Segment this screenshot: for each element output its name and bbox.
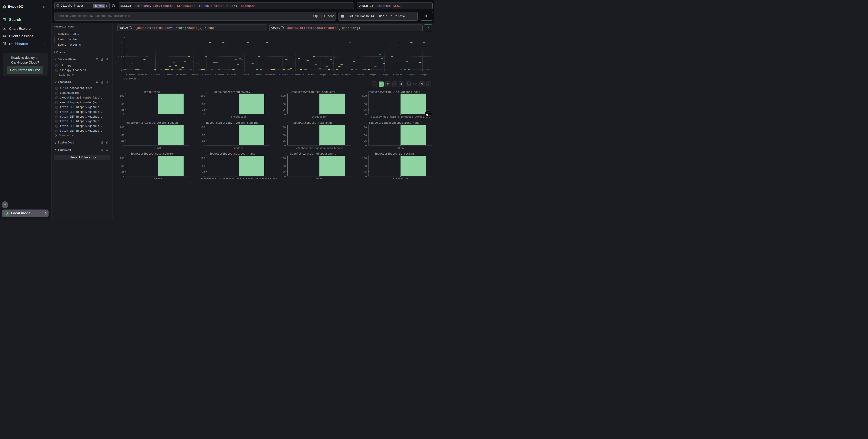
svg-text:production: production — [311, 115, 327, 118]
svg-text:TraceState: TraceState — [144, 91, 160, 94]
svg-text:50: 50 — [202, 103, 205, 106]
svg-text:SpanAttributes.http.scheme: SpanAttributes.http.scheme — [130, 152, 173, 155]
svg-text:25: 25 — [121, 108, 125, 111]
svg-text:25: 25 — [121, 170, 125, 173]
svg-text:50: 50 — [121, 103, 125, 106]
svg-text:0: 0 — [123, 175, 125, 178]
svg-text:ResourceAttribu...vercel.runti: ResourceAttribu...vercel.runtime — [206, 121, 258, 125]
svg-text:clickhouse: clickhouse — [393, 177, 408, 180]
svg-text:25: 25 — [121, 139, 125, 142]
svg-text:iad1: iad1 — [155, 147, 161, 150]
svg-text:100: 100 — [362, 126, 367, 129]
svg-text:50: 50 — [364, 134, 367, 137]
svg-text:100: 100 — [120, 94, 125, 97]
svg-text:0: 0 — [365, 175, 367, 178]
svg-text:z5prz9ggc4.us-central1.gcp.cli: z5prz9ggc4.us-central1.gcp.clickhouse-st… — [200, 177, 277, 180]
svg-text:/dashboard/[package_name]/page: /dashboard/[package_name]/page — [296, 147, 343, 150]
svg-text:50: 50 — [121, 134, 125, 137]
svg-text:0: 0 — [284, 113, 286, 116]
svg-text:25: 25 — [202, 108, 205, 111]
svg-text:25: 25 — [283, 108, 286, 111]
svg-text:25: 25 — [364, 108, 367, 111]
svg-text:SpanAttributes.db.system: SpanAttributes.db.system — [375, 152, 414, 155]
svg-text:25: 25 — [364, 170, 367, 173]
svg-text:SpanAttributes.next.page: SpanAttributes.next.page — [293, 121, 333, 125]
svg-text:0: 0 — [365, 113, 367, 116]
svg-text:50: 50 — [283, 134, 286, 137]
svg-text:0: 0 — [204, 144, 205, 147]
svg-text:100: 100 — [200, 94, 205, 97]
svg-text:0: 0 — [123, 113, 125, 116]
svg-text:25: 25 — [364, 139, 367, 142]
svg-text:production: production — [231, 115, 247, 118]
svg-text:0: 0 — [123, 144, 125, 147]
svg-text:100: 100 — [362, 157, 367, 159]
svg-text:0: 0 — [204, 113, 205, 116]
svg-text:0: 0 — [284, 144, 286, 147]
svg-text:8443: 8443 — [316, 177, 322, 180]
svg-text:25: 25 — [202, 139, 205, 142]
svg-text:SpanAttributes.net.peer.port: SpanAttributes.net.peer.port — [290, 152, 336, 155]
svg-text:50: 50 — [202, 134, 205, 137]
svg-text:100: 100 — [120, 157, 125, 159]
svg-text:50: 50 — [364, 165, 367, 168]
svg-text:100: 100 — [200, 157, 205, 159]
svg-text:100: 100 — [281, 94, 286, 97]
svg-text:ResourceAttributes.vercel.regi: ResourceAttributes.vercel.region — [125, 121, 178, 125]
svg-text:100: 100 — [281, 126, 286, 129]
svg-text:http: http — [398, 147, 404, 150]
svg-text:ResourceAttributes.env: ResourceAttributes.env — [214, 91, 250, 94]
svg-text:nodejs: nodejs — [234, 147, 243, 150]
svg-text:SpanAttributes.net.peer.name: SpanAttributes.net.peer.name — [209, 152, 255, 155]
svg-text:25: 25 — [283, 170, 286, 173]
svg-text:100: 100 — [362, 94, 367, 97]
svg-text:50: 50 — [283, 165, 286, 168]
svg-text:100: 100 — [281, 157, 286, 159]
svg-text:clickpy-git-main-clickhouse.ve: clickpy-git-main-clickhouse.vercel.app — [371, 115, 430, 118]
svg-text:50: 50 — [121, 165, 125, 168]
svg-text:25: 25 — [202, 170, 205, 173]
svg-text:100: 100 — [200, 126, 205, 129]
svg-text:0: 0 — [365, 144, 367, 147]
svg-text:50: 50 — [283, 103, 286, 106]
svg-text:50: 50 — [202, 165, 205, 168]
svg-text:50: 50 — [364, 103, 367, 106]
svg-text:ResourceAttribu..cel.branch_ho: ResourceAttribu..cel.branch_host — [368, 91, 420, 94]
svg-text:25: 25 — [283, 139, 286, 142]
svg-text:100: 100 — [120, 126, 125, 129]
svg-text:0: 0 — [284, 175, 286, 178]
svg-text:https: https — [154, 177, 162, 180]
svg-text:SpanAttributes.http.client.nam: SpanAttributes.http.client.name — [369, 121, 419, 125]
svg-text:ResourceAttributes.node.env: ResourceAttributes.node.env — [291, 91, 335, 94]
